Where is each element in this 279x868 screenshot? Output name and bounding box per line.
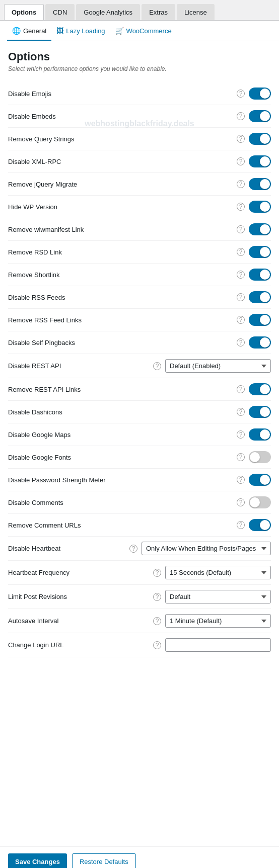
help-icon-remove-comment-urls[interactable]: ? [237,521,245,529]
toggle-hide-wp-version[interactable] [249,201,271,213]
option-row-disable-password-strength-meter: Disable Password Strength Meter? [8,469,271,491]
toggle-remove-rss-feed-links[interactable] [249,314,271,326]
toggle-disable-password-strength-meter[interactable] [249,474,271,486]
toggle-disable-self-pingbacks[interactable] [249,336,271,349]
restore-defaults-button[interactable]: Restore Defaults [72,853,136,868]
toggle-disable-rss-feeds[interactable] [249,291,271,303]
option-row-disable-rest-api: Disable REST API?Default (Enabled)Disabl… [8,354,271,378]
help-icon-disable-embeds[interactable]: ? [237,112,245,120]
option-label-disable-comments: Disable Comments [8,499,237,506]
toggle-wrap-hide-wp-version [249,201,271,213]
option-label-disable-dashicons: Disable Dashicons [8,408,237,416]
toggle-disable-google-fonts[interactable] [249,451,271,463]
tab-license[interactable]: License [177,4,215,20]
toggle-slider-disable-xml-rpc [249,155,271,167]
sub-tab-label-general: General [23,27,46,35]
toggle-disable-emojis[interactable] [249,88,271,100]
toggle-slider-disable-dashicons [249,406,271,418]
help-icon-remove-rss-feed-links[interactable]: ? [237,316,245,324]
help-icon-disable-comments[interactable]: ? [237,498,245,506]
toggle-disable-embeds[interactable] [249,110,271,122]
toggle-wrap-disable-emojis [249,88,271,100]
toggle-slider-disable-rss-feeds [249,291,271,303]
tab-options[interactable]: Options [4,4,44,20]
toggle-slider-disable-embeds [249,110,271,122]
toggle-wrap-remove-query-strings [249,133,271,145]
sub-tab-woocommerce[interactable]: 🛒WooCommerce [110,21,177,41]
toggle-wrap-remove-jquery-migrate [249,178,271,190]
toggle-remove-comment-urls[interactable] [249,519,271,531]
help-icon-disable-rest-api[interactable]: ? [153,362,161,370]
toggle-disable-dashicons[interactable] [249,406,271,418]
toggle-remove-rsd-link[interactable] [249,246,271,258]
toggle-remove-shortlink[interactable] [249,269,271,281]
toggle-remove-rest-api-links[interactable] [249,383,271,395]
option-label-remove-rsd-link: Remove RSD Link [8,248,237,256]
toggle-slider-disable-comments [249,496,271,508]
help-icon-hide-wp-version[interactable]: ? [237,203,245,211]
toggle-wrap-remove-rss-feed-links [249,314,271,326]
help-icon-disable-heartbeat[interactable]: ? [129,545,137,553]
help-icon-disable-xml-rpc[interactable]: ? [237,157,245,165]
toggle-slider-disable-google-fonts [249,451,271,463]
toggle-slider-remove-jquery-migrate [249,178,271,190]
help-icon-disable-password-strength-meter[interactable]: ? [237,476,245,484]
input-change-login-url[interactable] [165,638,271,652]
toggle-disable-google-maps[interactable] [249,428,271,441]
save-button[interactable]: Save Changes [8,853,67,868]
tab-google-analytics[interactable]: Google Analytics [76,4,140,20]
help-icon-limit-post-revisions[interactable]: ? [153,593,161,601]
toggle-wrap-remove-comment-urls [249,519,271,531]
help-icon-disable-google-fonts[interactable]: ? [237,453,245,461]
help-icon-disable-dashicons[interactable]: ? [237,408,245,416]
help-icon-autosave-interval[interactable]: ? [153,617,161,625]
help-icon-remove-rest-api-links[interactable]: ? [237,385,245,393]
option-label-disable-rss-feeds: Disable RSS Feeds [8,294,237,301]
help-icon-remove-wlwmanifest-link[interactable]: ? [237,225,245,233]
woocommerce-icon: 🛒 [115,27,124,35]
select-limit-post-revisions[interactable]: Default0125 [165,590,271,603]
select-disable-heartbeat[interactable]: Only Allow When Editing Posts/PagesDisab… [142,542,271,555]
toggle-wrap-disable-comments [249,496,271,508]
toggle-slider-hide-wp-version [249,201,271,213]
help-icon-disable-emojis[interactable]: ? [237,90,245,98]
option-row-remove-rest-api-links: Remove REST API Links? [8,378,271,401]
help-icon-remove-jquery-migrate[interactable]: ? [237,180,245,188]
option-label-disable-emojis: Disable Emojis [8,90,237,98]
toggle-slider-remove-rest-api-links [249,383,271,395]
option-label-remove-rest-api-links: Remove REST API Links [8,386,237,393]
help-icon-remove-shortlink[interactable]: ? [237,271,245,279]
toggle-wrap-disable-embeds [249,110,271,122]
option-label-remove-query-strings: Remove Query Strings [8,135,237,143]
tab-extras[interactable]: Extras [142,4,175,20]
option-row-heartbeat-frequency: Heartbeat Frequency?15 Seconds (Default)… [8,561,271,585]
help-icon-remove-query-strings[interactable]: ? [237,135,245,143]
select-heartbeat-frequency[interactable]: 15 Seconds (Default)30 Seconds60 Seconds [165,566,271,579]
tab-cdn[interactable]: CDN [45,4,75,20]
help-icon-heartbeat-frequency[interactable]: ? [153,569,161,577]
sub-tab-lazy-loading[interactable]: 🖼Lazy Loading [51,21,110,41]
option-label-remove-jquery-migrate: Remove jQuery Migrate [8,181,237,188]
option-row-disable-embeds: Disable Embeds? [8,105,271,128]
page-subtitle: Select which performance options you wou… [8,65,271,72]
sub-tab-general[interactable]: 🌐General [7,21,51,41]
select-autosave-interval[interactable]: 1 Minute (Default)2 Minutes5 Minutes [165,614,271,628]
toggle-disable-xml-rpc[interactable] [249,155,271,167]
option-label-disable-google-maps: Disable Google Maps [8,431,237,439]
toggle-slider-remove-rss-feed-links [249,314,271,326]
help-icon-remove-rsd-link[interactable]: ? [237,248,245,256]
toggle-remove-query-strings[interactable] [249,133,271,145]
toggle-remove-jquery-migrate[interactable] [249,178,271,190]
help-icon-disable-rss-feeds[interactable]: ? [237,293,245,301]
help-icon-disable-google-maps[interactable]: ? [237,430,245,439]
toggle-wrap-remove-wlwmanifest-link [249,223,271,235]
toggle-disable-comments[interactable] [249,496,271,508]
toggle-remove-wlwmanifest-link[interactable] [249,223,271,235]
option-label-autosave-interval: Autosave Interval [8,617,153,625]
option-label-disable-xml-rpc: Disable XML-RPC [8,158,237,165]
help-icon-disable-self-pingbacks[interactable]: ? [237,338,245,346]
main-content: Options Select which performance options… [0,41,279,846]
select-disable-rest-api[interactable]: Default (Enabled)DisabledOnly For Logged… [165,359,271,373]
sub-tab-label-lazy-loading: Lazy Loading [66,27,105,35]
help-icon-change-login-url[interactable]: ? [153,641,161,649]
